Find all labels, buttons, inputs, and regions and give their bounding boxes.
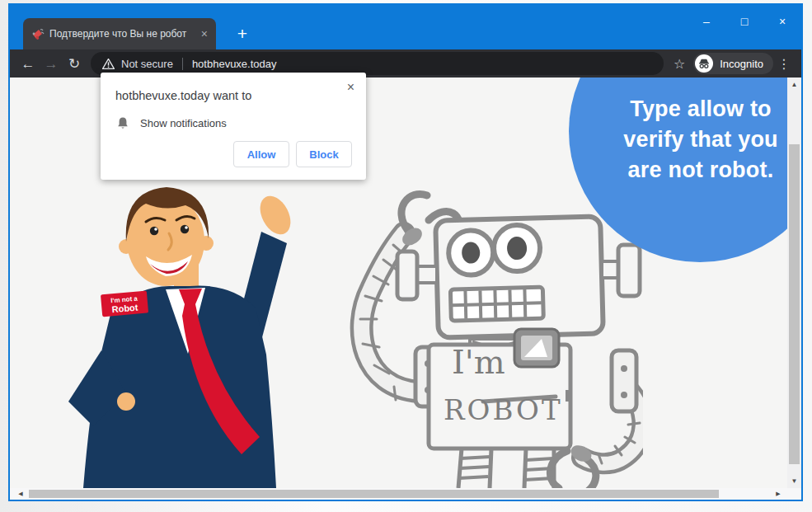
- vertical-scroll-thumb[interactable]: [789, 144, 800, 464]
- bubble-line-3: are not robot.: [584, 155, 801, 186]
- scroll-down-button[interactable]: ▼: [787, 477, 801, 485]
- horizontal-scrollbar[interactable]: ◀ ▶: [10, 488, 801, 500]
- permission-text: Show notifications: [140, 117, 227, 129]
- not-secure-warning-icon: [102, 59, 115, 69]
- incognito-label: Incognito: [720, 58, 763, 70]
- scroll-up-button[interactable]: ▲: [787, 81, 801, 88]
- close-window-button[interactable]: ×: [763, 5, 801, 38]
- scroll-left-button[interactable]: ◀: [15, 488, 26, 500]
- reload-button[interactable]: ↻: [63, 57, 86, 71]
- new-tab-button[interactable]: +: [231, 22, 254, 45]
- robot-chest-camera: [514, 329, 559, 367]
- robot-head: [435, 216, 603, 337]
- dialog-buttons: Allow Block: [233, 141, 352, 167]
- not-secure-label: Not secure: [121, 58, 173, 70]
- browser-tab[interactable]: Подтвердите что Вы не робот ×: [23, 18, 216, 49]
- dialog-title: hotbhevuxe.today want to: [101, 73, 366, 102]
- bell-icon: [116, 116, 129, 130]
- omnibox-divider: [182, 58, 183, 70]
- tab-close-icon[interactable]: ×: [201, 28, 208, 40]
- back-button[interactable]: ←: [16, 57, 40, 71]
- notification-permission-dialog: × hotbhevuxe.today want to Show notifica…: [101, 73, 366, 180]
- vertical-scrollbar[interactable]: ▲ ▼: [787, 78, 801, 488]
- bubble-text: Type allow to verify that you are not ro…: [584, 94, 801, 186]
- incognito-badge: Incognito: [693, 53, 773, 74]
- not-a-robot-badge: I'm not a Robot: [101, 291, 148, 317]
- block-button[interactable]: Block: [296, 141, 352, 167]
- favicon-megaphone-icon: [31, 27, 45, 40]
- robot-text-line2: ROBOT: [444, 393, 563, 426]
- browser-window: Подтвердите что Вы не робот × + – □ × ← …: [8, 3, 803, 501]
- horizontal-scroll-thumb[interactable]: [29, 490, 719, 498]
- dialog-close-icon[interactable]: ×: [347, 81, 354, 94]
- url-text: hotbhevuxe.today: [192, 58, 277, 70]
- robot-text-line1: I'm: [452, 343, 505, 381]
- forward-button[interactable]: →: [40, 57, 63, 71]
- man-illustration: I'm not a Robot: [54, 177, 326, 488]
- incognito-icon: [695, 54, 713, 73]
- bookmark-star-button[interactable]: ☆: [674, 56, 685, 72]
- window-controls: – □ ×: [688, 5, 801, 38]
- bubble-line-2: verify that you: [584, 124, 801, 155]
- maximize-button[interactable]: □: [725, 5, 763, 38]
- man-head: [119, 187, 214, 286]
- robot-illustration: I'm ROBOT: [346, 186, 643, 488]
- allow-button[interactable]: Allow: [233, 141, 289, 167]
- tab-title: Подтвердите что Вы не робот: [49, 28, 195, 40]
- address-bar[interactable]: Not secure hotbhevuxe.today: [91, 52, 664, 75]
- minimize-button[interactable]: –: [688, 5, 725, 38]
- browser-menu-button[interactable]: ⋮: [773, 56, 795, 72]
- bubble-line-1: Type allow to: [584, 94, 801, 124]
- robot-legs: [458, 449, 554, 488]
- scroll-right-button[interactable]: ▶: [772, 488, 784, 500]
- man-suit: [68, 286, 276, 488]
- permission-row: Show notifications: [101, 102, 366, 130]
- titlebar: Подтвердите что Вы не робот × + – □ ×: [10, 5, 801, 49]
